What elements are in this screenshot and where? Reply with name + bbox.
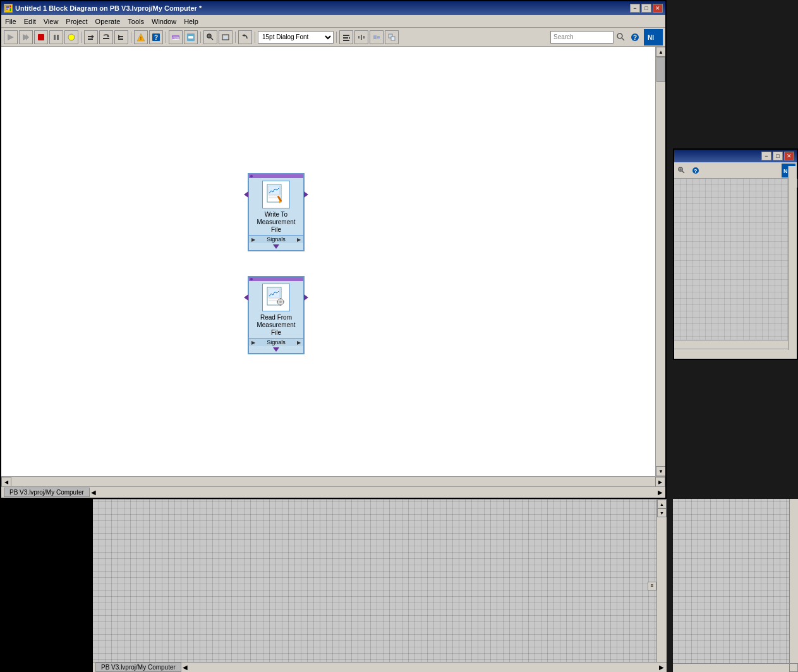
- menu-project[interactable]: Project: [62, 16, 91, 27]
- zoom-button[interactable]: [203, 30, 217, 44]
- scroll-right-button[interactable]: ▶: [655, 477, 665, 487]
- run-button[interactable]: [4, 30, 18, 44]
- svg-rect-15: [88, 39, 93, 40]
- wire-tool-button[interactable]: ⌨: [169, 30, 183, 44]
- separator-5: [235, 32, 236, 43]
- menu-help[interactable]: Help: [180, 16, 202, 27]
- bottom-scroll-down[interactable]: ▼: [657, 508, 667, 517]
- scroll-down-button[interactable]: ▼: [656, 466, 665, 476]
- node-input-arrow-write: [244, 191, 248, 198]
- highlight-button[interactable]: [64, 30, 78, 44]
- popup-h-scrollbar[interactable]: [674, 340, 788, 349]
- node-output-arrow-write: [304, 191, 308, 198]
- svg-marker-35: [242, 34, 245, 37]
- search-input[interactable]: [550, 31, 614, 44]
- svg-rect-43: [373, 35, 377, 39]
- svg-rect-65: [280, 298, 281, 299]
- read-node-label: Read FromMeasurementFile: [255, 314, 296, 338]
- svg-text:⌨: ⌨: [172, 36, 179, 40]
- run-continuously-button[interactable]: [19, 30, 33, 44]
- write-measurement-node[interactable]: Write ToMeasurementFile ▶ Signals ▶: [248, 173, 305, 251]
- step-over-button[interactable]: [99, 30, 113, 44]
- menu-window[interactable]: Window: [148, 16, 180, 27]
- horizontal-scrollbar[interactable]: ◀ ▶: [1, 476, 665, 486]
- minimize-button[interactable]: −: [630, 4, 640, 13]
- separator-4: [200, 32, 201, 43]
- scroll-left-button[interactable]: ◀: [1, 477, 11, 487]
- scroll-right-indicator: ▶: [658, 489, 663, 496]
- popup-help-button[interactable]: ?: [689, 164, 702, 177]
- align-button[interactable]: [339, 30, 353, 44]
- separator-1: [81, 32, 82, 43]
- search-icon-button[interactable]: [615, 31, 627, 44]
- svg-line-70: [682, 171, 684, 173]
- right-panel: [673, 499, 798, 672]
- svg-rect-66: [280, 304, 281, 306]
- abort-button[interactable]: [34, 30, 48, 44]
- popup-canvas[interactable]: ▲: [674, 179, 797, 349]
- svg-marker-14: [92, 35, 94, 39]
- resize-button[interactable]: [370, 30, 384, 44]
- scroll-thumb[interactable]: [656, 57, 665, 82]
- menu-edit[interactable]: Edit: [20, 16, 40, 27]
- header-dot-read: [250, 278, 253, 280]
- popup-minimize[interactable]: −: [761, 152, 771, 160]
- undo-button[interactable]: [238, 30, 252, 44]
- read-node-icon: [262, 284, 290, 311]
- menu-operate[interactable]: Operate: [92, 16, 124, 27]
- step-out-button[interactable]: [114, 30, 128, 44]
- menu-file[interactable]: File: [1, 16, 20, 27]
- scroll-track: [656, 57, 665, 466]
- separator-7: [336, 32, 337, 43]
- svg-rect-37: [343, 37, 348, 39]
- bottom-right-panel: PB V3.lvproj/My Computer ◀ ▶ ▲ ▼ ≡: [93, 499, 667, 672]
- svg-rect-41: [361, 35, 362, 40]
- bottom-v-scrollbar[interactable]: ▲ ▼: [656, 500, 667, 662]
- navigate-button[interactable]: [219, 30, 233, 44]
- write-node-icon: [262, 181, 290, 208]
- popup-maximize[interactable]: □: [773, 152, 783, 160]
- read-node-footer[interactable]: ▶ Signals ▶: [249, 338, 303, 346]
- distribute-button[interactable]: [354, 30, 368, 44]
- bottom-left-panel: [0, 499, 93, 672]
- middle-scroll-indicator[interactable]: ≡: [648, 582, 656, 591]
- popup-close[interactable]: ✕: [784, 152, 794, 160]
- signals-label-read: Signals: [267, 339, 286, 345]
- font-selector[interactable]: 15pt Dialog Font: [258, 31, 334, 44]
- signals-arrow-left: ▶: [251, 237, 255, 243]
- vertical-scrollbar[interactable]: ▲ ▼: [655, 47, 665, 476]
- help-button[interactable]: ?: [629, 31, 641, 44]
- status-bar: PB V3.lvproj/My Computer ◀ ▶: [1, 486, 665, 498]
- right-panel-h-scrollbar[interactable]: [673, 663, 789, 672]
- pause-button[interactable]: [49, 30, 63, 44]
- svg-rect-46: [391, 37, 395, 40]
- step-into-button[interactable]: [84, 30, 98, 44]
- bottom-project-tab[interactable]: PB V3.lvproj/My Computer: [95, 663, 181, 672]
- maximize-button[interactable]: □: [641, 4, 651, 13]
- popup-title-buttons: − □ ✕: [761, 152, 794, 160]
- write-node-footer[interactable]: ▶ Signals ▶: [249, 235, 303, 243]
- signals-arrow-right: ▶: [297, 237, 301, 243]
- close-button[interactable]: ✕: [653, 4, 663, 13]
- reorder-button[interactable]: [385, 30, 399, 44]
- svg-rect-1: [6, 6, 9, 7]
- svg-marker-39: [349, 37, 350, 39]
- menu-tools[interactable]: Tools: [124, 16, 148, 27]
- bottom-scroll-up[interactable]: ▲: [657, 500, 667, 508]
- right-panel-scrollbar[interactable]: [789, 499, 798, 663]
- svg-rect-20: [118, 39, 123, 40]
- scroll-up-button[interactable]: ▲: [656, 47, 665, 57]
- title-buttons: − □ ✕: [630, 4, 663, 13]
- read-measurement-node[interactable]: Read FromMeasurementFile ▶ Signals ▶: [248, 276, 305, 354]
- warnings-button[interactable]: !: [134, 30, 148, 44]
- bottom-scroll-left: ◀: [183, 664, 188, 671]
- context-help-button[interactable]: ?: [149, 30, 163, 44]
- svg-text:?: ?: [694, 168, 698, 174]
- canvas-area[interactable]: Write ToMeasurementFile ▶ Signals ▶: [1, 47, 665, 476]
- bottom-area: PB V3.lvproj/My Computer ◀ ▶ ▲ ▼ ≡: [0, 499, 667, 672]
- popup-zoom-button[interactable]: [675, 164, 688, 177]
- svg-rect-9: [38, 34, 44, 40]
- project-tab[interactable]: PB V3.lvproj/My Computer: [4, 488, 90, 497]
- palette-button[interactable]: [184, 30, 198, 44]
- menu-view[interactable]: View: [40, 16, 63, 27]
